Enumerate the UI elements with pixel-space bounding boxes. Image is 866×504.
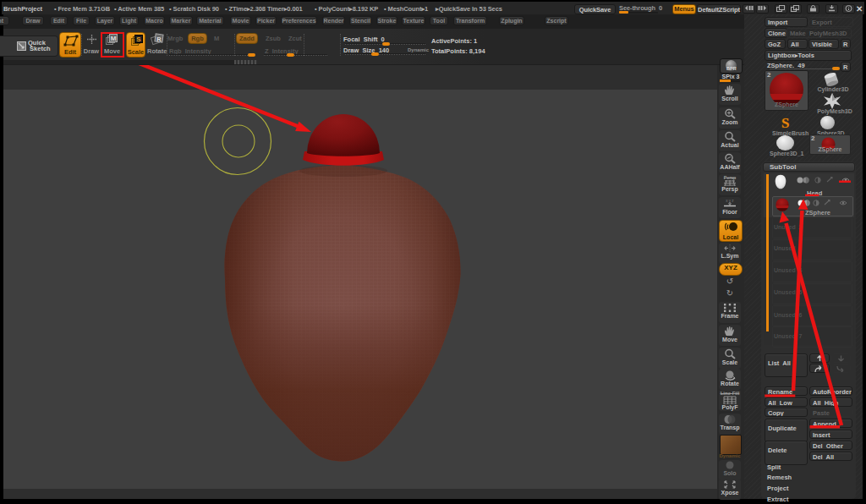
svg-text:Persp: Persp <box>724 175 736 180</box>
svg-text:x y z: x y z <box>726 199 734 203</box>
svg-text:R: R <box>156 36 162 43</box>
svg-text:S: S <box>136 36 141 43</box>
